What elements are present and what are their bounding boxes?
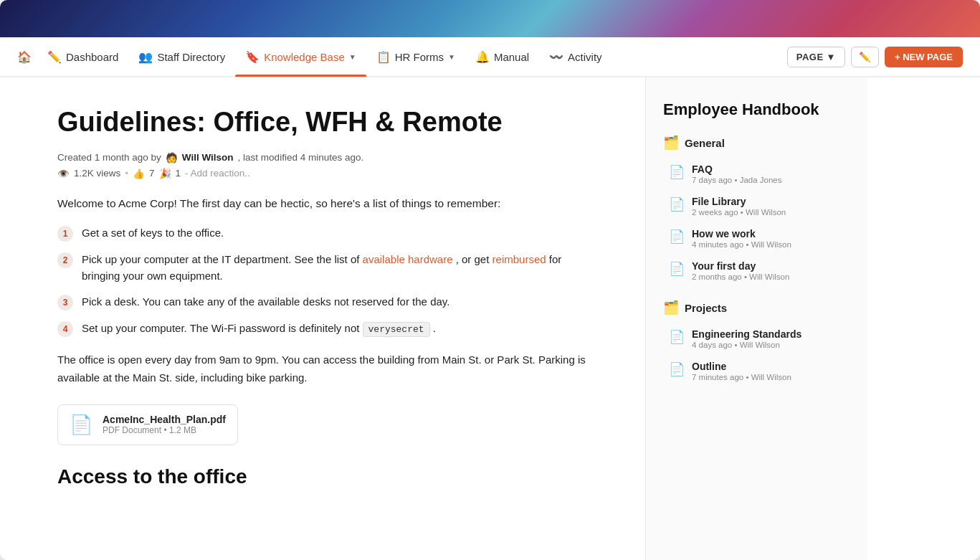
sidebar-item-your-first-day[interactable]: 📄 Your first day 2 months ago • Will Wil… [663,255,850,287]
staff-directory-icon: 👥 [138,50,153,64]
new-page-button[interactable]: + NEW PAGE [885,47,963,67]
attachment-meta: PDF Document • 1.2 MB [103,425,226,435]
created-text: Created 1 month ago by [57,152,161,163]
attachment-info: AcmeInc_Health_Plan.pdf PDF Document • 1… [103,414,226,435]
nav-item-hr-forms[interactable]: 📋 HR Forms ▼ [366,37,465,77]
nav-label-knowledge-base: Knowledge Base [264,51,345,63]
step-number-1: 1 [57,226,73,242]
sidebar-section-general-header: 🗂️ General [663,135,850,151]
sidebar-item-file-library-title: File Library [692,196,786,207]
modified-text: , last modified 4 minutes ago. [238,152,364,163]
knowledge-base-chevron-icon: ▼ [349,53,356,61]
sidebar-item-how-we-work-meta: 4 minutes ago • Will Wilson [692,240,791,249]
doc-outline-icon: 📄 [669,361,685,377]
available-hardware-link[interactable]: available hardware [363,253,453,265]
doc-faq-icon: 📄 [669,164,685,180]
thumbs-up-reaction[interactable]: 👍 [133,168,145,179]
new-page-label: + NEW PAGE [895,52,953,62]
step-4-text: Set up your computer. The Wi-Fi password… [82,321,436,337]
nav-item-staff-directory[interactable]: 👥 Staff Directory [128,37,235,77]
sidebar-item-file-library-meta: 2 weeks ago • Will Wilson [692,208,786,217]
hr-forms-icon: 📋 [376,50,391,64]
sidebar-item-faq-title: FAQ [692,163,782,175]
reimbursed-link[interactable]: reimbursed [493,253,546,265]
manual-icon: 🔔 [475,50,490,64]
sidebar-section-projects-header: 🗂️ Projects [663,300,850,315]
hr-forms-chevron-icon: ▼ [448,53,455,61]
attachment-filename: AcmeInc_Health_Plan.pdf [103,414,226,425]
nav-label-dashboard: Dashboard [66,51,118,63]
author-name: Will Wilson [182,152,234,163]
page-button-label: PAGE [796,52,824,62]
sidebar-item-file-library[interactable]: 📄 File Library 2 weeks ago • Will Wilson [663,190,850,222]
page-button[interactable]: PAGE ▼ [787,47,845,67]
activity-icon: 〰️ [549,50,563,64]
author-emoji: 🧑 [166,152,178,163]
doc-your-first-day-icon: 📄 [669,261,685,277]
step-number-2: 2 [57,252,73,268]
attachment-card[interactable]: 📄 AcmeInc_Health_Plan.pdf PDF Document •… [57,404,238,445]
folder-projects-icon: 🗂️ [663,300,679,315]
nav-actions: PAGE ▼ ✏️ + NEW PAGE [787,47,963,67]
edit-button[interactable]: ✏️ [851,47,879,67]
sidebar: Employee Handbook 🗂️ General 📄 FAQ 7 day… [645,77,867,560]
party-reaction[interactable]: 🎉 [159,168,171,179]
doc-file-library-icon: 📄 [669,196,685,212]
nav-label-hr-forms: HR Forms [395,51,444,63]
views-count: 1.2K views [74,168,120,179]
doc-how-we-work-icon: 📄 [669,229,685,245]
page-title: Guidelines: Office, WFH & Remote [57,106,602,139]
attachment-file-icon: 📄 [70,414,92,436]
sidebar-item-how-we-work-title: How we work [692,228,791,239]
list-item: 4 Set up your computer. The Wi-Fi passwo… [57,321,602,337]
sidebar-item-outline-meta: 7 minutes ago • Will Wilson [692,373,791,381]
nav-item-dashboard[interactable]: ✏️ Dashboard [37,37,128,77]
page-meta: Created 1 month ago by 🧑 Will Wilson , l… [57,152,602,179]
meta-created-row: Created 1 month ago by 🧑 Will Wilson , l… [57,152,602,163]
page-dropdown-icon: ▼ [827,52,836,62]
home-button[interactable]: 🏠 [17,50,32,64]
list-item: 1 Get a set of keys to the office. [57,225,602,242]
step-2-text: Pick up your computer at the IT departme… [82,252,602,284]
nav-label-manual: Manual [494,51,529,63]
step-number-4: 4 [57,321,73,337]
doc-engineering-standards-icon: 📄 [669,329,685,345]
sidebar-item-engineering-standards-meta: 4 days ago • Will Wilson [692,341,801,349]
reactions-row: 👁️ 1.2K views • 👍 7 🎉 1 - Add reaction.. [57,168,602,179]
sidebar-item-your-first-day-title: Your first day [692,260,789,272]
nav-label-staff-directory: Staff Directory [157,51,225,63]
sidebar-item-engineering-standards-title: Engineering Standards [692,328,801,340]
wifi-password-code: verysecret [363,322,430,337]
nav-item-manual[interactable]: 🔔 Manual [465,37,539,77]
steps-list: 1 Get a set of keys to the office. 2 Pic… [57,225,602,337]
nav-item-knowledge-base[interactable]: 🔖 Knowledge Base ▼ [235,37,366,77]
section-heading: Access to the office [57,465,602,488]
sidebar-title: Employee Handbook [663,100,850,119]
body-paragraph: The office is open every day from 9am to… [57,351,602,387]
sidebar-item-engineering-standards[interactable]: 📄 Engineering Standards 4 days ago • Wil… [663,323,850,355]
sidebar-item-how-we-work[interactable]: 📄 How we work 4 minutes ago • Will Wilso… [663,222,850,255]
header-banner [0,0,980,37]
views-icon: 👁️ [57,168,70,179]
add-reaction-button[interactable]: - Add reaction.. [185,168,250,179]
home-icon: 🏠 [17,50,32,64]
sidebar-item-outline-title: Outline [692,361,791,372]
nav-item-activity[interactable]: 〰️ Activity [539,37,612,77]
list-item: 3 Pick a desk. You can take any of the a… [57,294,602,310]
sidebar-item-outline[interactable]: 📄 Outline 7 minutes ago • Will Wilson [663,355,850,387]
thumbs-up-count: 7 [149,168,155,179]
nav-label-activity: Activity [568,51,602,63]
sidebar-section-general-label: General [685,137,725,149]
intro-paragraph: Welcome to Acme Corp! The first day can … [57,195,602,213]
dashboard-icon: ✏️ [47,50,62,64]
navbar: 🏠 ✏️ Dashboard 👥 Staff Directory 🔖 Knowl… [0,37,980,77]
step-1-text: Get a set of keys to the office. [82,225,224,242]
edit-icon: ✏️ [859,52,871,62]
sidebar-item-faq[interactable]: 📄 FAQ 7 days ago • Jada Jones [663,158,850,190]
sidebar-item-faq-meta: 7 days ago • Jada Jones [692,176,782,184]
step-3-text: Pick a desk. You can take any of the ava… [82,294,449,310]
folder-general-icon: 🗂️ [663,135,679,151]
app-window: 🏠 ✏️ Dashboard 👥 Staff Directory 🔖 Knowl… [0,0,980,560]
sidebar-item-your-first-day-meta: 2 months ago • Will Wilson [692,272,789,281]
knowledge-base-icon: 🔖 [245,50,260,64]
